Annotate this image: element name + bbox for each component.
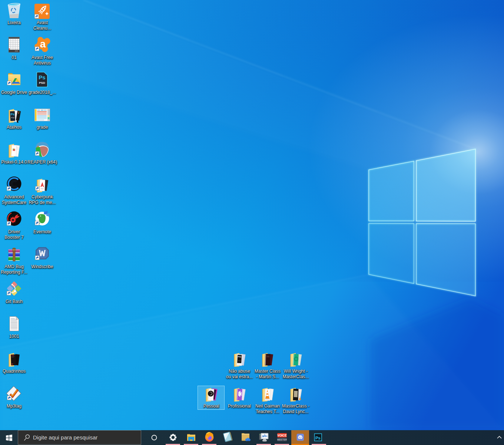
svg-text:MEETER: MEETER [277,438,287,441]
svg-text:Ps: Ps [39,74,45,80]
svg-text:Ps: Ps [10,112,14,116]
svg-text:a: a [40,38,46,50]
svg-text:VOICE: VOICE [277,434,287,437]
svg-text:Ps: Ps [315,436,321,440]
svg-text:PSD: PSD [39,81,45,85]
svg-text:PSD: PSD [11,117,14,119]
svg-text:PIG: PIG [238,356,242,358]
svg-text:PDF: PDF [41,188,44,189]
